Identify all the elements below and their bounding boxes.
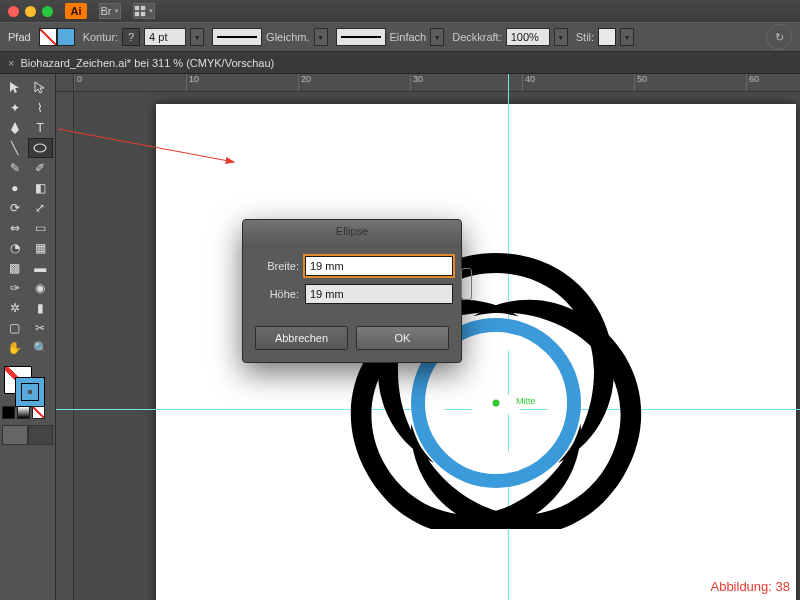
screen-mode-normal[interactable]: [2, 425, 28, 445]
svg-rect-2: [135, 12, 139, 16]
opacity-label: Deckkraft:: [452, 31, 502, 43]
pencil-tool[interactable]: ✐: [28, 158, 54, 178]
ellipse-tool[interactable]: [28, 138, 54, 158]
document-tab[interactable]: × Biohazard_Zeichen.ai* bei 311 % (CMYK/…: [0, 52, 800, 74]
width-label: Breite:: [255, 260, 299, 272]
type-tool[interactable]: T: [28, 118, 54, 138]
link-icon: ⚭: [462, 278, 471, 291]
slice-tool[interactable]: ✂: [28, 318, 54, 338]
color-mode-solid[interactable]: [2, 406, 15, 419]
zoom-window-button[interactable]: [42, 6, 53, 17]
brush-definition[interactable]: Einfach: [336, 28, 445, 46]
opacity-field: Deckkraft:: [452, 28, 568, 46]
app-icon: Ai: [65, 3, 87, 19]
svg-point-4: [34, 144, 46, 152]
color-mode-none[interactable]: [32, 406, 45, 419]
hand-tool[interactable]: ✋: [2, 338, 28, 358]
width-tool[interactable]: ⇔: [2, 218, 28, 238]
gradient-tool[interactable]: ▬: [28, 258, 54, 278]
stroke-help-icon[interactable]: ?: [122, 28, 140, 46]
free-transform-tool[interactable]: ▭: [28, 218, 54, 238]
document-title: Biohazard_Zeichen.ai* bei 311 % (CMYK/Vo…: [20, 57, 274, 69]
var-width-dropdown[interactable]: [314, 28, 328, 46]
screen-mode-full[interactable]: [28, 425, 54, 445]
stroke-label: Kontur:: [83, 31, 118, 43]
line-tool[interactable]: ╲: [2, 138, 28, 158]
ok-button[interactable]: OK: [356, 326, 449, 350]
opacity-dropdown[interactable]: [554, 28, 568, 46]
lasso-tool[interactable]: ⌇: [28, 98, 54, 118]
style-label: Stil:: [576, 31, 594, 43]
figure-caption: Abbildung: 38: [710, 579, 790, 594]
pen-tool[interactable]: [2, 118, 28, 138]
color-mode-row: [2, 406, 53, 419]
canvas-area[interactable]: 0 10 20 30 40 50 60 Mitte: [56, 74, 800, 600]
fill-stroke-swatches[interactable]: [39, 28, 75, 46]
stroke-swatch[interactable]: [57, 28, 75, 46]
svg-rect-1: [141, 6, 145, 10]
shape-builder-tool[interactable]: ◔: [2, 238, 28, 258]
blob-brush-tool[interactable]: ●: [2, 178, 28, 198]
magic-wand-tool[interactable]: ✦: [2, 98, 28, 118]
fill-swatch[interactable]: [39, 28, 57, 46]
color-mode-gradient[interactable]: [17, 406, 30, 419]
stroke-weight-field: Kontur: ?: [83, 28, 204, 46]
recolor-artwork-button[interactable]: ↻: [766, 24, 792, 50]
control-panel: Pfad Kontur: ? Gleichm. Einfach Deckkraf…: [0, 22, 800, 52]
vertical-ruler[interactable]: [56, 92, 74, 600]
grid-icon: [134, 5, 146, 17]
selection-tool[interactable]: [2, 78, 28, 98]
horizontal-ruler[interactable]: 0 10 20 30 40 50 60: [74, 74, 800, 92]
zoom-tool[interactable]: 🔍: [28, 338, 54, 358]
perspective-grid-tool[interactable]: ▦: [28, 238, 54, 258]
height-label: Höhe:: [255, 288, 299, 300]
eraser-tool[interactable]: ◧: [28, 178, 54, 198]
brush-preview-icon: [336, 28, 386, 46]
tools-panel: ✦ ⌇ T ╲ ✎ ✐ ● ◧ ⟳ ⤢ ⇔ ▭ ◔ ▦: [0, 74, 56, 600]
bridge-button[interactable]: Br: [99, 3, 121, 19]
stroke-weight-dropdown[interactable]: [190, 28, 204, 46]
anchor-point-icon: [493, 400, 500, 407]
paintbrush-tool[interactable]: ✎: [2, 158, 28, 178]
style-dropdown[interactable]: [620, 28, 634, 46]
fill-stroke-well[interactable]: [2, 364, 46, 404]
eyedropper-tool[interactable]: ✑: [2, 278, 28, 298]
column-graph-tool[interactable]: ▮: [28, 298, 54, 318]
var-width-profile[interactable]: Gleichm.: [212, 28, 327, 46]
window-titlebar: Ai Br: [0, 0, 800, 22]
cancel-button[interactable]: Abbrechen: [255, 326, 348, 350]
stroke-preview-icon: [212, 28, 262, 46]
artboard-tool[interactable]: ▢: [2, 318, 28, 338]
mesh-tool[interactable]: ▩: [2, 258, 28, 278]
close-window-button[interactable]: [8, 6, 19, 17]
dialog-title[interactable]: Ellipse: [243, 220, 461, 242]
stroke-color[interactable]: [16, 378, 44, 406]
svg-rect-3: [141, 12, 145, 16]
symbol-sprayer-tool[interactable]: ✲: [2, 298, 28, 318]
ruler-origin[interactable]: [56, 74, 74, 92]
brush-dropdown[interactable]: [430, 28, 444, 46]
style-field: Stil:: [576, 28, 634, 46]
ellipse-dialog: Ellipse Breite: Höhe: ⚭: [242, 219, 462, 363]
svg-rect-0: [135, 6, 139, 10]
close-tab-icon[interactable]: ×: [8, 57, 14, 69]
window-controls: [8, 6, 53, 17]
height-input[interactable]: [305, 284, 453, 304]
width-input[interactable]: [305, 256, 453, 276]
stroke-weight-input[interactable]: [144, 28, 186, 46]
constrain-proportions-button[interactable]: ⚭: [461, 268, 472, 300]
screen-mode-row: [2, 425, 53, 445]
style-swatch[interactable]: [598, 28, 616, 46]
opacity-input[interactable]: [506, 28, 550, 46]
rotate-tool[interactable]: ⟳: [2, 198, 28, 218]
selection-type-label: Pfad: [8, 31, 31, 43]
arrange-documents-button[interactable]: [133, 3, 155, 19]
blend-tool[interactable]: ◉: [28, 278, 54, 298]
refresh-icon: ↻: [775, 31, 784, 44]
scale-tool[interactable]: ⤢: [28, 198, 54, 218]
direct-selection-tool[interactable]: [28, 78, 54, 98]
minimize-window-button[interactable]: [25, 6, 36, 17]
